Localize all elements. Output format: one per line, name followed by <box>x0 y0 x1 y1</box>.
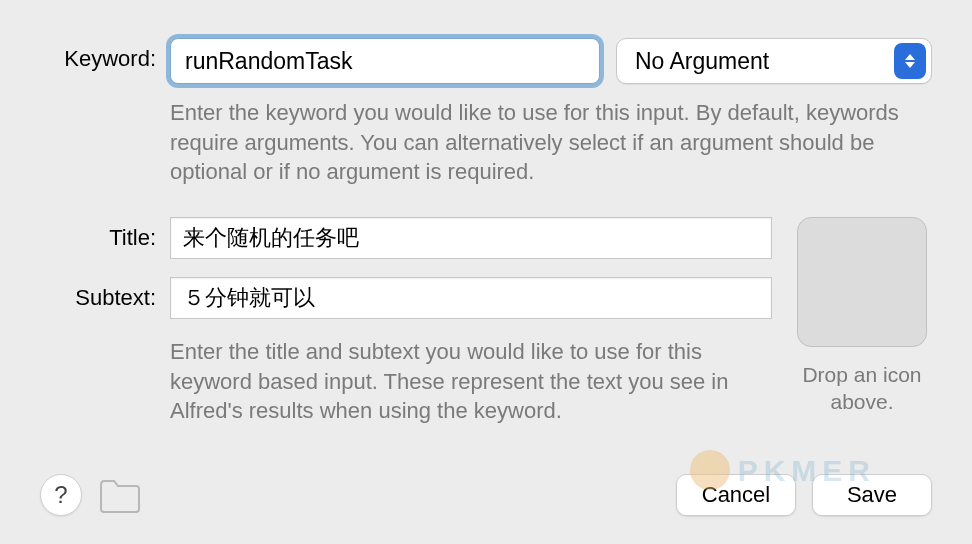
subtext-label: Subtext: <box>40 285 170 311</box>
icon-drop-zone[interactable] <box>797 217 927 347</box>
cancel-button[interactable]: Cancel <box>676 474 796 516</box>
folder-icon[interactable] <box>98 477 142 513</box>
title-input[interactable] <box>170 217 772 259</box>
save-button[interactable]: Save <box>812 474 932 516</box>
icon-drop-label: Drop an icon above. <box>792 361 932 416</box>
subtext-input[interactable] <box>170 277 772 319</box>
title-label: Title: <box>40 225 170 251</box>
updown-icon <box>894 43 926 79</box>
keyword-input[interactable] <box>170 38 600 84</box>
argument-select[interactable]: No Argument <box>616 38 932 84</box>
help-icon: ? <box>54 481 67 509</box>
help-button[interactable]: ? <box>40 474 82 516</box>
argument-select-value: No Argument <box>635 48 769 75</box>
keyword-help-text: Enter the keyword you would like to use … <box>170 98 932 187</box>
keyword-label: Keyword: <box>40 38 170 72</box>
title-help-text: Enter the title and subtext you would li… <box>170 337 772 426</box>
